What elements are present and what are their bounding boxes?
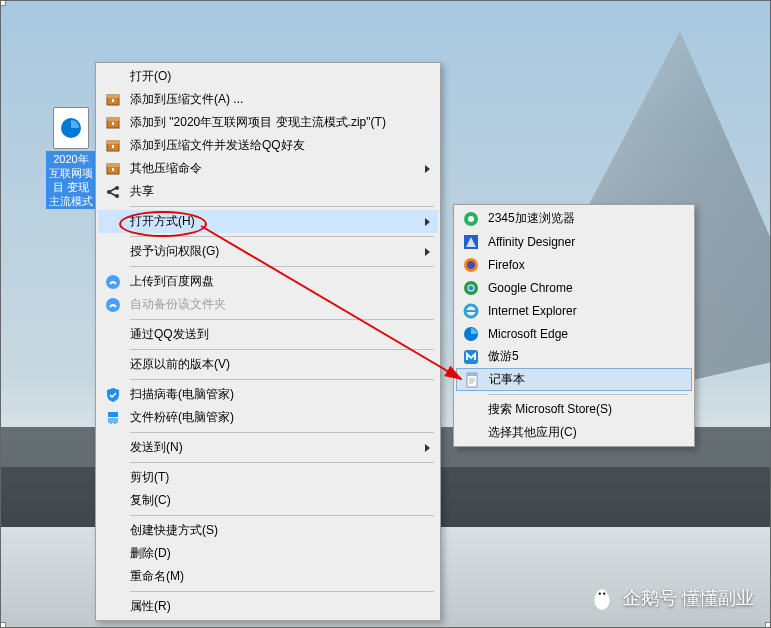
openwith-item-label: Internet Explorer — [488, 304, 668, 318]
context-menu-item-label: 添加到压缩文件并发送给QQ好友 — [130, 137, 414, 154]
context-menu-item-14[interactable]: 发送到(N) — [98, 436, 438, 459]
watermark-text: 企鹅号 懂懂副业 — [623, 586, 754, 610]
blank-icon — [102, 243, 124, 261]
shield-icon — [102, 386, 124, 404]
context-menu-item-4[interactable]: 其他压缩命令 — [98, 157, 438, 180]
menu-separator — [130, 206, 434, 207]
context-menu-item-label: 还原以前的版本(V) — [130, 356, 414, 373]
context-menu-item-5[interactable]: 共享 — [98, 180, 438, 203]
menu-separator — [130, 379, 434, 380]
baidu-icon — [102, 296, 124, 314]
openwith-item-6[interactable]: 傲游5 — [456, 345, 692, 368]
desktop-file-icon[interactable]: 2020年互联网项目 变现主流模式 — [46, 107, 96, 209]
openwith-item-3[interactable]: Google Chrome — [456, 276, 692, 299]
svg-rect-5 — [107, 118, 119, 121]
blank-icon — [102, 213, 124, 231]
context-menu-item-1[interactable]: 添加到压缩文件(A) ... — [98, 88, 438, 111]
context-menu-item-11[interactable]: 还原以前的版本(V) — [98, 353, 438, 376]
menu-separator — [130, 462, 434, 463]
desktop-file-label: 2020年互联网项目 变现主流模式 — [46, 151, 96, 209]
svg-point-13 — [107, 190, 111, 194]
context-menu-item-18[interactable]: 删除(D) — [98, 542, 438, 565]
menu-separator — [130, 349, 434, 350]
context-menu-item-label: 复制(C) — [130, 492, 414, 509]
edge-icon — [460, 325, 482, 343]
context-menu-item-label: 通过QQ发送到 — [130, 326, 414, 343]
context-menu-item-label: 自动备份该文件夹 — [130, 296, 414, 313]
openwith-item-1[interactable]: Affinity Designer — [456, 230, 692, 253]
openwith-item-5[interactable]: Microsoft Edge — [456, 322, 692, 345]
context-menu-item-9[interactable]: 自动备份该文件夹 — [98, 293, 438, 316]
context-menu-item-20[interactable]: 属性(R) — [98, 595, 438, 618]
svg-rect-6 — [112, 122, 114, 125]
context-menu-item-0[interactable]: 打开(O) — [98, 65, 438, 88]
blank-icon — [102, 469, 124, 487]
openwith-item-label: 2345加速浏览器 — [488, 210, 668, 227]
svg-rect-3 — [112, 99, 114, 102]
openwith-item-0[interactable]: 2345加速浏览器 — [456, 207, 692, 230]
context-menu-item-12[interactable]: 扫描病毒(电脑管家) — [98, 383, 438, 406]
blank-icon — [102, 326, 124, 344]
blank-icon — [102, 492, 124, 510]
context-menu-item-8[interactable]: 上传到百度网盘 — [98, 270, 438, 293]
context-menu-item-label: 文件粉碎(电脑管家) — [130, 409, 414, 426]
ie-icon — [460, 302, 482, 320]
blank-icon — [460, 424, 482, 442]
blank-icon — [102, 522, 124, 540]
openwith-item-label: 记事本 — [489, 371, 667, 388]
svg-point-33 — [597, 589, 608, 600]
svg-rect-31 — [467, 373, 477, 376]
context-menu: 打开(O)添加到压缩文件(A) ...添加到 "2020年互联网项目 变现主流模… — [95, 62, 441, 621]
context-menu-item-label: 发送到(N) — [130, 439, 414, 456]
svg-rect-9 — [112, 145, 114, 148]
openwith-item-2[interactable]: Firefox — [456, 253, 692, 276]
openwith-item-8[interactable]: 搜索 Microsoft Store(S) — [456, 398, 692, 421]
baidu-icon — [102, 273, 124, 291]
svg-rect-11 — [107, 164, 119, 167]
context-menu-item-15[interactable]: 剪切(T) — [98, 466, 438, 489]
context-menu-item-label: 删除(D) — [130, 545, 414, 562]
svg-rect-8 — [107, 141, 119, 144]
context-menu-item-label: 添加到压缩文件(A) ... — [130, 91, 414, 108]
blank-icon — [102, 68, 124, 86]
openwith-item-label: 选择其他应用(C) — [488, 424, 668, 441]
openwith-item-label: Google Chrome — [488, 281, 668, 295]
openwith-item-4[interactable]: Internet Explorer — [456, 299, 692, 322]
context-menu-item-label: 创建快捷方式(S) — [130, 522, 414, 539]
context-menu-item-3[interactable]: 添加到压缩文件并发送给QQ好友 — [98, 134, 438, 157]
svg-rect-18 — [108, 412, 118, 417]
blank-icon — [102, 598, 124, 616]
svg-point-20 — [468, 216, 474, 222]
share-icon — [102, 183, 124, 201]
openwith-item-label: 搜索 Microsoft Store(S) — [488, 401, 668, 418]
openwith-item-7[interactable]: 记事本 — [456, 368, 692, 391]
watermark: 企鹅号 懂懂副业 — [589, 585, 754, 611]
archive-icon — [102, 91, 124, 109]
context-menu-item-label: 共享 — [130, 183, 414, 200]
context-menu-item-6[interactable]: 打开方式(H) — [98, 210, 438, 233]
context-menu-item-16[interactable]: 复制(C) — [98, 489, 438, 512]
context-menu-item-label: 属性(R) — [130, 598, 414, 615]
menu-separator — [488, 394, 688, 395]
submenu-arrow-icon — [425, 165, 430, 173]
context-menu-item-17[interactable]: 创建快捷方式(S) — [98, 519, 438, 542]
maxthon-icon — [460, 348, 482, 366]
openwith-item-label: Firefox — [488, 258, 668, 272]
svg-point-35 — [603, 593, 605, 595]
open-with-submenu: 2345加速浏览器Affinity DesignerFirefoxGoogle … — [453, 204, 695, 447]
context-menu-item-10[interactable]: 通过QQ发送到 — [98, 323, 438, 346]
context-menu-item-label: 添加到 "2020年互联网项目 变现主流模式.zip"(T) — [130, 114, 414, 131]
openwith-item-9[interactable]: 选择其他应用(C) — [456, 421, 692, 444]
openwith-item-label: Microsoft Edge — [488, 327, 668, 341]
notepad-icon — [461, 371, 483, 389]
context-menu-item-7[interactable]: 授予访问权限(G) — [98, 240, 438, 263]
submenu-arrow-icon — [425, 444, 430, 452]
context-menu-item-19[interactable]: 重命名(M) — [98, 565, 438, 588]
shred-icon — [102, 409, 124, 427]
context-menu-item-2[interactable]: 添加到 "2020年互联网项目 变现主流模式.zip"(T) — [98, 111, 438, 134]
context-menu-item-13[interactable]: 文件粉碎(电脑管家) — [98, 406, 438, 429]
svg-point-23 — [467, 261, 475, 269]
context-menu-item-label: 打开(O) — [130, 68, 414, 85]
menu-separator — [130, 591, 434, 592]
context-menu-item-label: 重命名(M) — [130, 568, 414, 585]
